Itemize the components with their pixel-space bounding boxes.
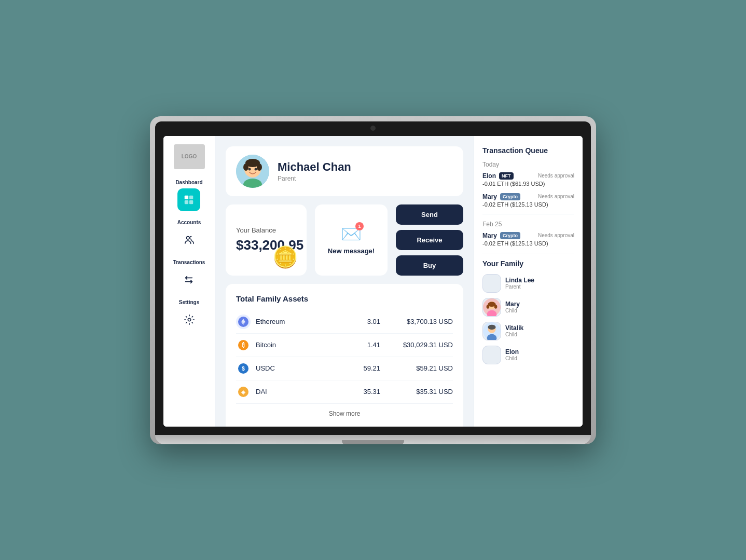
usdc-icon: $ — [236, 361, 251, 376]
sidebar-item-settings[interactable]: Settings — [178, 299, 201, 331]
linda-info: Linda Lee Parent — [505, 277, 534, 290]
divider-2 — [482, 253, 574, 253]
crypto-badge-2: Crypto — [500, 232, 520, 239]
balance-label: Your Balance — [236, 226, 296, 234]
dashboard-icon-box — [177, 188, 200, 211]
divider-1 — [482, 214, 574, 214]
svg-point-28 — [494, 305, 498, 309]
svg-text:$: $ — [242, 366, 245, 372]
coins-emoji: 🪙 — [272, 245, 298, 269]
gear-icon — [184, 314, 195, 325]
message-icon-wrapper: ✉️ 1 — [341, 224, 362, 244]
dai-amount: 35.31 — [363, 388, 380, 395]
usdc-amount: 59.21 — [363, 364, 380, 372]
show-more-button[interactable]: Show more — [236, 404, 453, 424]
family-member-mary[interactable]: Mary Child — [482, 298, 574, 317]
message-card[interactable]: ✉️ 1 New message! — [315, 204, 388, 276]
message-badge: 1 — [355, 222, 364, 230]
svg-rect-3 — [189, 200, 193, 203]
profile-name: Michael Chan — [278, 160, 351, 174]
asset-row-eth: Ethereum 3.01 $3,700.13 USD — [236, 310, 453, 334]
message-text: New message! — [328, 247, 375, 256]
transactions-icon-box — [177, 268, 200, 291]
profile-role: Parent — [278, 175, 351, 182]
profile-info: Michael Chan Parent — [278, 160, 351, 182]
eth-amount: 3.01 — [367, 318, 380, 325]
settings-icon-box — [178, 308, 201, 331]
btc-amount: 1.41 — [367, 341, 380, 349]
btc-value: $30,029.31 USD — [401, 341, 453, 349]
feb25-label: Feb 25 — [482, 221, 574, 228]
svg-rect-2 — [185, 200, 188, 203]
usdc-name: USDC — [256, 364, 358, 372]
svg-point-11 — [257, 163, 262, 171]
svg-point-4 — [186, 236, 189, 239]
asset-row-dai: ◈ DAI 35.31 $35.31 USD — [236, 380, 453, 404]
camera-notch — [370, 126, 376, 131]
family-member-elon[interactable]: Elon Child — [482, 346, 574, 364]
dai-name: DAI — [256, 388, 358, 395]
mary-info: Mary Child — [505, 301, 520, 313]
transaction-item-elon-nft[interactable]: Elon NFT Needs approval -0.01 ETH ($61.9… — [482, 172, 574, 187]
tx-amount-mary-2: -0.02 ETH ($125.13 USD) — [482, 240, 574, 247]
mary-avatar — [482, 298, 501, 317]
your-family-title: Your Family — [482, 259, 574, 268]
balance-card: Your Balance $33,200.95 🪙 — [226, 204, 307, 276]
asset-row-btc: ₿ Bitcoin 1.41 $30,029.31 USD — [236, 334, 453, 357]
btc-icon: ₿ — [236, 338, 251, 352]
svg-point-13 — [255, 168, 257, 170]
svg-text:◈: ◈ — [241, 389, 246, 395]
laptop-base — [155, 435, 591, 444]
svg-point-10 — [243, 163, 248, 171]
sidebar-item-transactions[interactable]: Transactions — [173, 259, 205, 291]
elon-info: Elon Child — [505, 348, 519, 361]
svg-text:₿: ₿ — [242, 342, 245, 348]
buy-button[interactable]: Buy — [396, 255, 463, 276]
elon-avatar — [482, 346, 501, 364]
linda-avatar — [482, 274, 501, 293]
transaction-item-mary-crypto-feb25[interactable]: Mary Crypto Needs approval -0.02 ETH ($1… — [482, 232, 574, 247]
svg-point-12 — [248, 168, 251, 170]
actions-column: Send Receive Buy — [396, 204, 463, 276]
main-content: Michael Chan Parent Your Balance $33,200… — [215, 136, 474, 427]
avatar — [236, 155, 269, 188]
sidebar-item-accounts[interactable]: Accounts — [177, 220, 201, 251]
logo: LOGO — [174, 144, 205, 169]
eth-icon — [236, 315, 251, 329]
sidebar: LOGO Dashboard A — [163, 136, 215, 427]
family-assets-card: Total Family Assets Ethereum 3.01 $3,700… — [226, 284, 463, 427]
vitalik-info: Vitalik Child — [505, 324, 523, 337]
svg-rect-1 — [189, 195, 193, 199]
dai-value: $35.31 USD — [401, 388, 453, 395]
dashboard-icon — [183, 194, 195, 206]
eth-value: $3,700.13 USD — [401, 318, 453, 325]
profile-header: Michael Chan Parent — [226, 146, 463, 196]
sidebar-item-dashboard[interactable]: Dashboard — [175, 180, 202, 211]
svg-rect-0 — [185, 195, 188, 199]
right-panel: Transaction Queue Today Elon NFT Needs a… — [474, 136, 583, 427]
vitalik-avatar — [482, 322, 501, 340]
balance-actions-row: Your Balance $33,200.95 🪙 ✉️ 1 New messa… — [226, 204, 463, 276]
family-member-vitalik[interactable]: Vitalik Child — [482, 322, 574, 340]
dai-icon: ◈ — [236, 385, 251, 399]
tx-amount-elon: -0.01 ETH ($61.93 USD) — [482, 181, 574, 187]
today-label: Today — [482, 161, 574, 168]
btc-name: Bitcoin — [256, 341, 362, 349]
receive-button[interactable]: Receive — [396, 230, 463, 250]
transaction-queue-title: Transaction Queue — [482, 146, 574, 155]
tx-amount-mary-1: -0.02 ETH ($125.13 USD) — [482, 201, 574, 208]
nft-badge: NFT — [499, 172, 514, 180]
svg-point-27 — [487, 305, 490, 309]
eth-name: Ethereum — [256, 318, 362, 325]
svg-point-5 — [188, 318, 191, 321]
svg-point-32 — [488, 324, 495, 329]
usdc-value: $59.21 USD — [401, 364, 453, 372]
accounts-icon-box — [178, 228, 201, 251]
asset-row-usdc: $ USDC 59.21 $59.21 USD — [236, 357, 453, 380]
family-member-linda[interactable]: Linda Lee Parent — [482, 274, 574, 293]
transaction-item-mary-crypto[interactable]: Mary Crypto Needs approval -0.02 ETH ($1… — [482, 193, 574, 208]
crypto-badge-1: Crypto — [500, 193, 520, 200]
send-button[interactable]: Send — [396, 204, 463, 225]
accounts-icon — [184, 234, 195, 245]
transactions-icon — [183, 274, 195, 285]
